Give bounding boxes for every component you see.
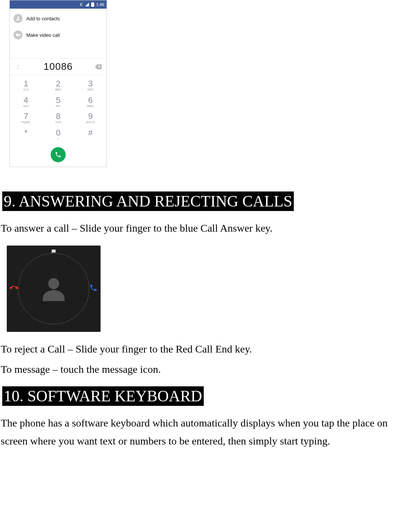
incoming-call-screenshot bbox=[7, 246, 101, 332]
key-8[interactable]: 8TUV bbox=[42, 110, 74, 127]
svg-marker-0 bbox=[85, 3, 89, 6]
more-icon[interactable]: ⋮ bbox=[14, 63, 22, 71]
key-sub: GHI bbox=[10, 104, 42, 108]
key-sub: O.O bbox=[10, 88, 42, 92]
key-digit: 1 bbox=[10, 80, 42, 88]
key-sub: DEF bbox=[74, 88, 107, 92]
key-sub: ABC bbox=[42, 88, 74, 92]
keyboard-text: The phone has a software keyboard which … bbox=[1, 414, 415, 450]
reject-text: To reject a Call – Slide your finger to … bbox=[1, 340, 415, 358]
key-9[interactable]: 9WXYZ bbox=[74, 110, 107, 127]
key-digit: 0 bbox=[42, 129, 74, 137]
svg-point-3 bbox=[17, 17, 19, 18]
person-icon bbox=[14, 14, 23, 23]
answer-text: To answer a call – Slide your finger to … bbox=[1, 219, 415, 237]
make-video-call-label: Make video call bbox=[26, 32, 60, 38]
key-sub: JKL bbox=[42, 104, 74, 108]
key-sub: WXYZ bbox=[74, 121, 107, 124]
key-digit: 4 bbox=[10, 96, 42, 104]
key-digit: 2 bbox=[42, 80, 74, 88]
key-digit: * bbox=[10, 129, 42, 137]
key-digit: # bbox=[74, 129, 107, 137]
add-to-contacts-row[interactable]: Add to contacts bbox=[14, 10, 103, 27]
dialer-screenshot: E 1:46 Add to contacts Make video call ⋮… bbox=[9, 0, 107, 167]
key-digit: 3 bbox=[74, 80, 107, 88]
call-button[interactable] bbox=[51, 147, 66, 162]
message-icon[interactable] bbox=[51, 249, 57, 256]
key-3[interactable]: 3DEF bbox=[74, 77, 107, 94]
battery-icon bbox=[91, 2, 94, 7]
backspace-icon[interactable] bbox=[95, 63, 102, 71]
key-4[interactable]: 4GHI bbox=[10, 94, 42, 110]
svg-rect-4 bbox=[16, 34, 19, 36]
key-0[interactable]: 0+ bbox=[42, 127, 74, 143]
key-digit: 9 bbox=[74, 112, 107, 121]
key-sub: TUV bbox=[42, 121, 74, 124]
number-bar: ⋮ 10086 bbox=[10, 58, 107, 75]
answer-call-icon[interactable] bbox=[89, 283, 98, 294]
svg-rect-1 bbox=[91, 3, 94, 7]
key-#[interactable]: # bbox=[74, 127, 107, 143]
keypad: 1O.O2ABC3DEF4GHI5JKL6MNO7PQRS8TUV9WXYZ*0… bbox=[10, 75, 107, 144]
status-bar: E 1:46 bbox=[10, 0, 107, 9]
reject-call-icon[interactable] bbox=[10, 283, 18, 294]
key-sub: MNO bbox=[74, 104, 107, 108]
key-digit: 5 bbox=[42, 96, 74, 104]
status-time: 1:46 bbox=[96, 2, 104, 7]
action-list: Add to contacts Make video call bbox=[10, 9, 107, 58]
make-video-call-row[interactable]: Make video call bbox=[14, 27, 103, 43]
key-5[interactable]: 5JKL bbox=[42, 94, 74, 110]
key-digit: 6 bbox=[74, 96, 107, 104]
key-digit: 8 bbox=[42, 112, 74, 121]
signal-icon bbox=[85, 3, 89, 6]
svg-marker-5 bbox=[19, 34, 20, 36]
key-sub: PQRS bbox=[10, 121, 42, 124]
key-digit: 7 bbox=[10, 112, 42, 121]
call-button-row bbox=[10, 144, 107, 167]
key-2[interactable]: 2ABC bbox=[42, 77, 74, 94]
person-icon bbox=[41, 275, 67, 303]
message-text: To message – touch the message icon. bbox=[1, 360, 415, 378]
key-7[interactable]: 7PQRS bbox=[10, 110, 42, 127]
section-9-heading: 9. ANSWERING AND REJECTING CALLS bbox=[2, 191, 294, 211]
add-to-contacts-label: Add to contacts bbox=[26, 16, 60, 21]
key-6[interactable]: 6MNO bbox=[74, 94, 107, 110]
key-*[interactable]: * bbox=[10, 127, 42, 143]
svg-point-6 bbox=[48, 278, 59, 289]
entered-number: 10086 bbox=[22, 61, 95, 72]
network-label: E bbox=[80, 2, 83, 7]
section-10-heading: 10. SOFTWARE KEYBOARD bbox=[2, 386, 204, 406]
key-sub: + bbox=[42, 137, 74, 141]
key-1[interactable]: 1O.O bbox=[10, 77, 42, 94]
video-icon bbox=[14, 30, 23, 39]
svg-rect-2 bbox=[92, 2, 93, 3]
